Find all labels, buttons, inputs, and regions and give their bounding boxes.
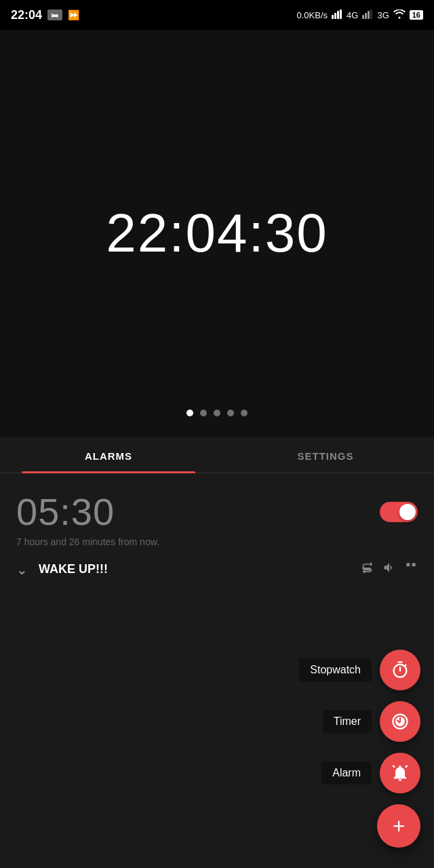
- fab-timer-label: Timer: [323, 710, 372, 733]
- svg-rect-7: [370, 9, 372, 19]
- dot-5: [241, 410, 248, 416]
- svg-rect-9: [412, 563, 416, 566]
- clock-section: 22:04:30: [0, 30, 434, 437]
- alarm-until-text: 7 hours and 26 minutes from now.: [16, 536, 418, 547]
- fab-alarm-button[interactable]: [380, 753, 420, 793]
- repeat-icon[interactable]: [361, 561, 374, 578]
- fab-timer-item: Timer: [323, 701, 420, 742]
- wifi-icon: [393, 9, 406, 21]
- fab-area: Stopwatch Timer Alarm: [299, 650, 420, 848]
- more-icon[interactable]: [404, 561, 418, 578]
- dot-4: [227, 410, 234, 416]
- fab-stopwatch-item: Stopwatch: [299, 650, 420, 690]
- tab-alarms[interactable]: ALARMS: [0, 437, 217, 473]
- status-bar: 22:04 🛏 ⏩ 0.0KB/s 4G 3G: [0, 0, 434, 30]
- dot-1: [186, 410, 193, 416]
- tab-settings[interactable]: SETTINGS: [217, 437, 434, 473]
- fab-stopwatch-label: Stopwatch: [299, 658, 372, 682]
- dot-3: [214, 410, 220, 416]
- svg-rect-6: [368, 11, 370, 19]
- volume-icon[interactable]: [382, 561, 396, 578]
- fab-main-icon: +: [393, 814, 406, 839]
- svg-rect-5: [365, 13, 367, 19]
- alarm-content: 05:30 7 hours and 26 minutes from now. ⌄…: [0, 473, 434, 578]
- alarm-toggle[interactable]: [380, 502, 418, 522]
- status-left: 22:04 🛏 ⏩: [11, 8, 79, 22]
- svg-rect-4: [362, 15, 364, 19]
- svg-rect-1: [334, 13, 336, 19]
- bottom-panel: ALARMS SETTINGS 05:30 7 hours and 26 min…: [0, 437, 434, 868]
- dot-2: [200, 410, 207, 416]
- alarm-time-display: 05:30: [16, 490, 115, 534]
- signal-4g-icon: [332, 9, 342, 21]
- alarm-header-row: 05:30: [16, 490, 418, 534]
- network-type-1: 4G: [347, 10, 358, 20]
- fab-main-button[interactable]: +: [377, 804, 420, 848]
- page-indicators: [186, 410, 248, 416]
- main-clock-display: 22:04:30: [106, 202, 328, 264]
- fab-timer-button[interactable]: [380, 701, 420, 742]
- svg-rect-0: [332, 15, 334, 19]
- status-right: 0.0KB/s 4G 3G 16: [297, 9, 423, 21]
- network-speed: 0.0KB/s: [297, 10, 328, 20]
- battery-indicator: 16: [410, 10, 423, 20]
- fab-alarm-item: Alarm: [321, 753, 420, 793]
- tab-bar: ALARMS SETTINGS: [0, 437, 434, 473]
- svg-rect-8: [406, 563, 410, 566]
- alarm-expand-chevron[interactable]: ⌄: [16, 561, 28, 578]
- alarm-action-icons: [361, 561, 418, 578]
- alarm-label-row: ⌄ WAKE UP!!!: [16, 561, 418, 578]
- svg-rect-2: [337, 11, 339, 19]
- fab-stopwatch-button[interactable]: [380, 650, 420, 690]
- alarm-label: WAKE UP!!!: [39, 562, 108, 576]
- status-time: 22:04: [11, 8, 42, 22]
- bed-icon: 🛏: [47, 9, 62, 20]
- network-type-2: 3G: [377, 10, 389, 20]
- signal-3g-icon: [362, 9, 373, 21]
- fab-alarm-label: Alarm: [321, 762, 372, 785]
- svg-rect-3: [340, 9, 342, 19]
- fast-forward-icon: ⏩: [68, 9, 79, 20]
